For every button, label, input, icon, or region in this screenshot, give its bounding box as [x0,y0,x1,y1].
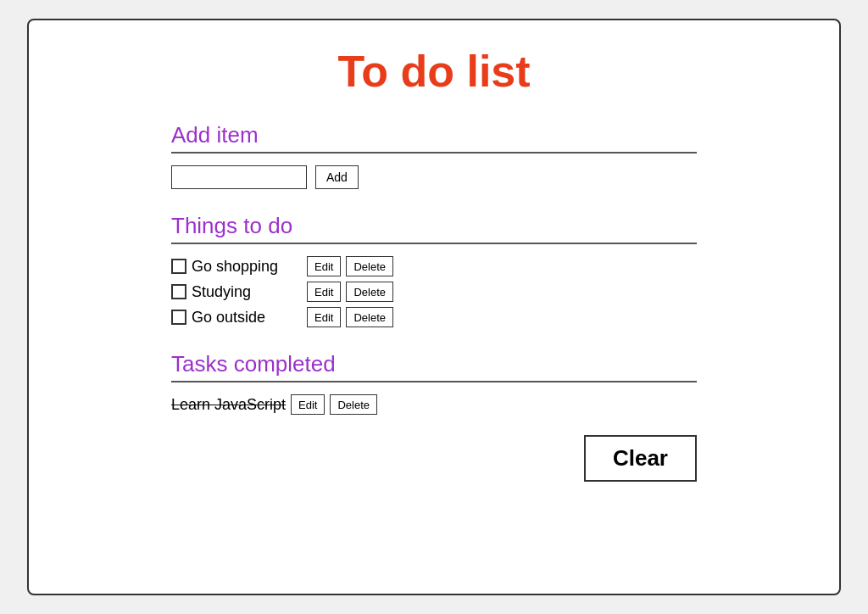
edit-button-2[interactable]: Edit [307,282,341,302]
completed-divider [171,381,697,382]
add-item-divider [171,152,697,154]
todo-list: Go shopping Edit Delete Studying Edit De… [171,256,697,327]
add-button[interactable]: Add [315,165,359,189]
todo-divider [171,243,697,244]
todo-section-label: Things to do [171,213,697,239]
todo-checkbox-1[interactable] [171,259,186,274]
table-row: Studying Edit Delete [171,282,697,302]
delete-button-completed-1[interactable]: Delete [330,394,377,415]
completed-section: Tasks completed Learn JavaScript Edit De… [171,351,697,415]
delete-button-3[interactable]: Delete [346,307,393,327]
completed-text-1: Learn JavaScript [171,396,286,414]
todo-checkbox-2[interactable] [171,284,186,299]
todo-section: Things to do Go shopping Edit Delete Stu… [171,213,697,327]
table-row: Learn JavaScript Edit Delete [171,394,697,415]
page-container: To do list Add item Add Things to do Go … [27,19,841,595]
todo-text-1: Go shopping [192,258,302,276]
todo-text-2: Studying [192,283,302,301]
main-content: Add item Add Things to do Go shopping Ed… [171,122,697,482]
add-item-row: Add [171,165,697,189]
add-item-input[interactable] [171,165,307,189]
completed-section-label: Tasks completed [171,351,697,377]
edit-button-3[interactable]: Edit [307,307,341,327]
todo-text-3: Go outside [192,309,302,327]
table-row: Go outside Edit Delete [171,307,697,327]
table-row: Go shopping Edit Delete [171,256,697,276]
edit-button-1[interactable]: Edit [307,256,341,276]
edit-button-completed-1[interactable]: Edit [291,394,325,415]
delete-button-2[interactable]: Delete [346,282,393,302]
clear-button-row: Clear [171,435,697,482]
page-title: To do list [63,46,805,97]
todo-checkbox-3[interactable] [171,310,186,325]
add-item-section: Add item Add [171,122,697,189]
delete-button-1[interactable]: Delete [346,256,393,276]
clear-button[interactable]: Clear [584,435,697,482]
add-item-label: Add item [171,122,697,148]
